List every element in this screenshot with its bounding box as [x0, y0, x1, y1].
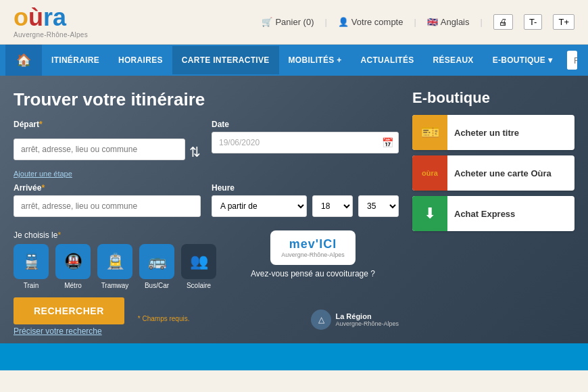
oura-card-icon: oùra [412, 155, 447, 191]
basket-icon: 🛒 [262, 17, 272, 27]
logo-area: oùra Auvergne-Rhône-Alpes [14, 5, 88, 39]
refine-link[interactable]: Préciser votre recherche [14, 326, 102, 336]
region-text: La Région Auvergne-Rhône-Alpes [335, 312, 399, 327]
heure-m-select[interactable]: 35 [358, 195, 399, 217]
arrivee-col: Arrivée* [14, 183, 201, 217]
logo-ra: ra [43, 3, 66, 31]
swap-icon[interactable]: ⇅ [189, 132, 201, 160]
depart-input[interactable] [14, 139, 185, 160]
scolaire-label: Scolaire [187, 282, 211, 289]
express-icon: ⬇ [412, 196, 447, 231]
transport-scolaire[interactable]: 👥 Scolaire [181, 244, 216, 289]
sep2: | [414, 17, 416, 27]
train-icon: 🚆 [14, 244, 49, 279]
main-inner: Trouver votre itinéraire Départ* ⇅ Date [0, 76, 588, 343]
transport-section: Je choisis le* 🚆 Train 🚇 Métro 🚊 [14, 230, 216, 289]
region-area: △ La Région Auvergne-Rhône-Alpes [311, 310, 399, 330]
heure-label: Heure [212, 183, 399, 193]
transport-metro[interactable]: 🚇 Métro [55, 244, 91, 289]
transport-bus[interactable]: 🚌 Bus/Car [139, 244, 174, 289]
arrivee-label: Arrivée* [14, 183, 201, 193]
right-panel: E-boutique 🎫 Acheter un titre oùra Achet… [412, 89, 574, 337]
mev-sub: Auvergne-Rhône-Alpes [281, 251, 345, 258]
arrivee-req: * [41, 183, 45, 193]
arrivee-heure-row: Arrivée* Heure A partir de 18 [14, 183, 399, 217]
search-input[interactable] [567, 51, 577, 70]
search-box: 🔍 [567, 51, 577, 70]
bus-label: Bus/Car [145, 282, 169, 289]
depart-col: Départ* ⇅ [14, 120, 201, 160]
left-panel: Trouver votre itinéraire Départ* ⇅ Date [14, 89, 399, 337]
transport-icons: 🚆 Train 🚇 Métro 🚊 Tramway 🚌 [14, 244, 216, 289]
date-input-wrap: 📅 [212, 132, 399, 153]
nav-carte[interactable]: CARTE INTERACTIVE [172, 46, 279, 74]
nav-horaires[interactable]: HORAIRES [109, 46, 172, 74]
region-name: La Région [335, 312, 399, 320]
nav-actualites[interactable]: ACTUALITÉS [351, 46, 424, 74]
bottom-row: RECHERCHER Préciser votre recherche * Ch… [14, 297, 399, 337]
heure-h-select[interactable]: 18 [312, 195, 353, 217]
mev-brand: mev'ICI [281, 237, 345, 251]
nav-mobilites[interactable]: MOBILITÉS + [279, 46, 351, 74]
langue-link[interactable]: 🇬🇧 Anglais [427, 17, 470, 27]
scolaire-icon: 👥 [181, 244, 216, 279]
nav-reseaux[interactable]: RÉSEAUX [424, 46, 483, 74]
heure-col: Heure A partir de 18 35 [212, 183, 399, 217]
eboutique-title: E-boutique [412, 89, 574, 107]
font-increase-button[interactable]: T+ [553, 14, 574, 30]
arrivee-input-wrap [14, 195, 201, 217]
logo-o: o [14, 3, 28, 31]
font-decrease-button[interactable]: T- [524, 14, 543, 30]
time-row: A partir de 18 35 [212, 195, 399, 217]
required-note-area: * Champs requis. [138, 312, 298, 322]
metro-label: Métro [64, 282, 82, 289]
boutique-card-express[interactable]: ⬇ Achat Express [412, 196, 574, 231]
oura-icon-o: oùra [422, 169, 438, 177]
depart-input-wrap [14, 139, 185, 160]
blue-footer-bar [0, 343, 588, 370]
add-step-link[interactable]: Ajouter une étape [14, 170, 72, 178]
boutique-card-titre[interactable]: 🎫 Acheter un titre [412, 115, 574, 150]
depart-date-row: Départ* ⇅ Date 📅 [14, 120, 399, 160]
depart-label: Départ* [14, 120, 201, 129]
heure-type-select[interactable]: A partir de [212, 195, 307, 217]
tramway-icon: 🚊 [97, 244, 132, 279]
transport-req: * [57, 230, 61, 240]
transport-train[interactable]: 🚆 Train [14, 244, 49, 289]
region-sub: Auvergne-Rhône-Alpes [335, 320, 399, 327]
date-label: Date [212, 120, 399, 129]
top-bar: oùra Auvergne-Rhône-Alpes 🛒 Panier (0) |… [0, 0, 588, 45]
nav-bar: 🏠 ITINÉRAIRE HORAIRES CARTE INTERACTIVE … [0, 45, 588, 76]
flag-icon: 🇬🇧 [427, 17, 438, 27]
metro-icon: 🚇 [55, 244, 91, 279]
mev-logo[interactable]: mev'ICI Auvergne-Rhône-Alpes [270, 230, 356, 265]
logo-u: ù [28, 3, 43, 31]
nav-eboutique[interactable]: E-BOUTIQUE ▾ [483, 46, 562, 74]
covoiturage-section: mev'ICI Auvergne-Rhône-Alpes Avez-vous p… [227, 224, 399, 278]
panier-link[interactable]: 🛒 Panier (0) [262, 17, 314, 27]
print-button[interactable]: 🖨 [493, 14, 513, 30]
transport-tramway[interactable]: 🚊 Tramway [97, 244, 132, 289]
top-actions: 🛒 Panier (0) | 👤 Votre compte | 🇬🇧 Angla… [262, 14, 574, 30]
panel-title: Trouver votre itinéraire [14, 89, 399, 110]
transport-covoiturage-row: Je choisis le* 🚆 Train 🚇 Métro 🚊 [14, 224, 399, 289]
oura-label: Acheter une carte Oùra [454, 168, 557, 178]
arrivee-input[interactable] [14, 195, 201, 217]
depart-req: * [39, 120, 43, 129]
main-content: Trouver votre itinéraire Départ* ⇅ Date [0, 76, 588, 343]
compte-link[interactable]: 👤 Votre compte [338, 17, 403, 27]
logo-text: oùra [14, 5, 66, 30]
search-button[interactable]: RECHERCHER [14, 297, 124, 324]
region-icon: △ [311, 310, 331, 330]
tramway-label: Tramway [101, 282, 129, 289]
nav-itineraire[interactable]: ITINÉRAIRE [42, 46, 109, 74]
date-col: Date 📅 [212, 120, 399, 160]
date-input[interactable] [212, 132, 399, 153]
home-button[interactable]: 🏠 [5, 45, 42, 76]
covoiturage-text: Avez-vous pensé au covoiturage ? [251, 269, 375, 278]
logo-subtitle: Auvergne-Rhône-Alpes [14, 31, 88, 39]
covoiturage-inner: mev'ICI Auvergne-Rhône-Alpes Avez-vous p… [227, 230, 399, 278]
required-note: * Champs requis. [138, 315, 298, 322]
boutique-card-oura[interactable]: oùra Acheter une carte Oùra [412, 155, 574, 191]
calendar-icon: 📅 [382, 137, 393, 148]
